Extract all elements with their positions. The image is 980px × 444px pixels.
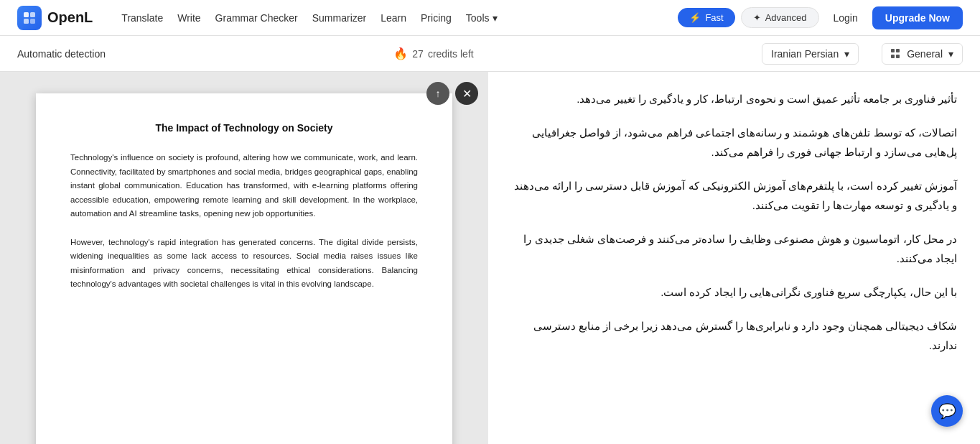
toolbar: Automatic detection 🔥 27 credits left Ir… [0, 36, 980, 72]
right-panel[interactable]: تأثیر فناوری بر جامعه تأثیر عمیق است و ن… [488, 72, 980, 444]
target-lang-label: Iranian Persian [771, 48, 839, 60]
nav-pricing[interactable]: Pricing [421, 12, 452, 24]
translation-p4: در محل کار، اتوماسیون و هوش مصنوعی وظایف… [511, 229, 957, 268]
doc-paragraph-2: However, technology's rapid integration … [70, 236, 418, 292]
logo-area[interactable]: OpenL [17, 6, 93, 30]
close-document-button[interactable]: ✕ [455, 82, 478, 105]
chevron-down-icon: ▾ [493, 12, 498, 24]
logo-icon [17, 6, 42, 30]
upload-button[interactable]: ↑ [426, 82, 449, 105]
nav-grammar-checker[interactable]: Grammar Checker [215, 12, 298, 24]
nav-actions: ⚡ Fast ✦ Advanced Login Upgrade Now [678, 6, 963, 29]
fast-icon: ⚡ [689, 12, 701, 23]
credits-count: 27 [412, 48, 424, 60]
chat-icon: 💬 [938, 402, 956, 420]
translation-p6: شکاف دیجیتالی همچنان وجود دارد و نابرابر… [511, 316, 957, 355]
upgrade-button[interactable]: Upgrade Now [872, 6, 963, 29]
target-language-selector[interactable]: Iranian Persian ▾ [762, 43, 859, 65]
advanced-icon: ✦ [753, 12, 761, 23]
translation-p2: اتصالات، که توسط تلفن‌های هوشمند و رسانه… [511, 123, 957, 162]
advanced-button[interactable]: ✦ Advanced [741, 7, 819, 28]
close-icon: ✕ [462, 87, 472, 101]
style-selector[interactable]: General ▾ [882, 43, 963, 65]
nav-summarizer[interactable]: Summarizer [312, 12, 366, 24]
logo-text: OpenL [47, 9, 93, 26]
doc-paragraph-1: Technology's influence on society is pro… [70, 151, 418, 221]
credits-badge: 🔥 27 credits left [393, 47, 473, 60]
svg-rect-0 [24, 12, 29, 17]
grid-icon [891, 49, 901, 59]
svg-rect-2 [24, 19, 29, 24]
upload-icon: ↑ [436, 88, 441, 99]
main-content: ↑ ✕ The Impact of Technology on Society … [0, 72, 980, 444]
fast-button[interactable]: ⚡ Fast [678, 8, 734, 27]
document-title: The Impact of Technology on Society [70, 122, 418, 134]
nav-translate[interactable]: Translate [121, 12, 163, 24]
translation-p1: تأثیر فناوری بر جامعه تأثیر عمیق است و ن… [511, 89, 957, 108]
translation-p5: با این حال، یکپارچگی سریع فناوری نگرانی‌… [511, 282, 957, 302]
style-label: General [907, 48, 943, 60]
nav-tools[interactable]: Tools ▾ [466, 12, 498, 24]
document-page: The Impact of Technology on Society Tech… [36, 93, 452, 444]
navbar: OpenL Translate Write Grammar Checker Su… [0, 0, 980, 36]
svg-rect-3 [30, 19, 35, 24]
login-button[interactable]: Login [825, 8, 867, 28]
translation-p3: آموزش تغییر کرده است، با پلتفرم‌های آموز… [511, 176, 957, 215]
chat-bubble[interactable]: 💬 [931, 395, 963, 427]
nav-links: Translate Write Grammar Checker Summariz… [121, 12, 661, 24]
svg-rect-1 [30, 12, 35, 17]
nav-learn[interactable]: Learn [381, 12, 406, 24]
credits-icon: 🔥 [393, 47, 408, 60]
credits-label: credits left [428, 48, 474, 60]
target-lang-chevron: ▾ [844, 48, 849, 60]
doc-controls: ↑ ✕ [426, 82, 478, 105]
nav-write[interactable]: Write [177, 12, 200, 24]
source-language[interactable]: Automatic detection [17, 48, 106, 60]
style-chevron: ▾ [948, 48, 953, 60]
left-panel: ↑ ✕ The Impact of Technology on Society … [0, 72, 488, 444]
